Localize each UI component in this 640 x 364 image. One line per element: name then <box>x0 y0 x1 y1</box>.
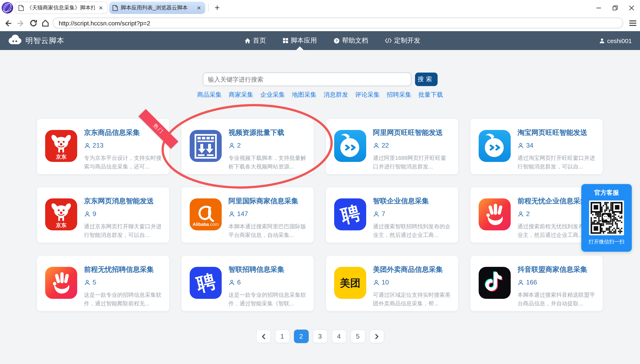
pagination-page-5[interactable]: 5 <box>350 330 365 343</box>
reload-icon[interactable] <box>29 19 38 28</box>
user-account[interactable]: ceshi001 <box>599 31 632 50</box>
script-card[interactable]: 京东 京东网页消息智能发送 9 通过京东网页打开聊天窗口并进行智能消息群发，可以… <box>37 187 169 243</box>
nav-item-help[interactable]: ? 帮助文档 <box>333 31 368 50</box>
script-card[interactable]: Alibaba.com 阿里国际商家信息采集 147 本脚本通过搜索阿里巴巴国际… <box>181 187 313 243</box>
forward-icon[interactable] <box>17 19 26 28</box>
script-card[interactable]: 阿里网页旺旺智能发送 22 通过阿里1688网页打开旺旺窗口并进行智能消息群发.… <box>326 119 458 174</box>
search-input[interactable] <box>202 72 411 86</box>
category-links: 商品采集商家采集企业采集地图采集消息群发评论采集招聘采集批量下载 <box>0 91 640 99</box>
card-title[interactable]: 智联招聘信息采集 <box>229 265 307 274</box>
script-card[interactable]: 聘 智联企业信息采集 7 通过搜索智联招聘找到发布的企业主，然后通过企业工商..… <box>326 187 458 243</box>
zhaopin-app-icon: 聘 <box>334 198 366 230</box>
card-body: 智联企业信息采集 7 通过搜索智联招聘找到发布的企业主，然后通过企业工商... <box>373 196 451 243</box>
category-link[interactable]: 企业采集 <box>260 91 285 99</box>
pagination-page-3[interactable]: 3 <box>313 330 327 343</box>
browser-logo-icon <box>2 2 13 14</box>
card-description: 这是一款专业的招聘信息采集软件，通过智能采集《智联... <box>229 291 307 308</box>
card-title[interactable]: 抖音联盟商家信息采集 <box>517 265 596 274</box>
card-description: 通过搜索智联招聘找到发布的企业主，然后通过企业工商... <box>373 222 451 240</box>
script-card[interactable]: 淘宝网页旺旺智能发送 34 通过淘宝网页打开旺旺窗口并进行智能消息群发，可以自.… <box>470 119 602 174</box>
card-body: 智联招聘信息采集 6 这是一款专业的招聘信息采集软件，通过智能采集《智联... <box>229 264 307 311</box>
brand[interactable]: 明智云脚本 <box>8 31 65 50</box>
script-card[interactable]: 视频资源批量下载 2 专业视频下载脚本，支持批量解析下载各大视频网站资源... <box>181 119 313 174</box>
count-icon <box>517 142 524 148</box>
address-bar[interactable]: http://script.hccsn.com/script?p=2 <box>53 18 623 28</box>
tab-close-icon[interactable]: ✕ <box>196 5 202 11</box>
nav-apps-icon <box>282 38 288 44</box>
card-user-count: 7 <box>373 210 451 218</box>
card-body: 阿里国际商家信息采集 147 本脚本通过搜索阿里巴巴国际版平台商家信息，自动采集… <box>229 196 307 243</box>
card-title[interactable]: 视频资源批量下载 <box>229 128 307 137</box>
minimize-button[interactable] <box>593 2 604 13</box>
card-user-count: 9 <box>84 210 162 218</box>
count-number: 2 <box>237 142 241 149</box>
back-icon[interactable] <box>3 19 12 28</box>
category-link[interactable]: 招聘采集 <box>387 91 411 99</box>
nav-dev-icon <box>385 38 392 44</box>
card-title[interactable]: 阿里网页旺旺智能发送 <box>373 128 451 137</box>
card-title[interactable]: 美团外卖商品信息采集 <box>373 265 451 274</box>
script-card[interactable]: 聘 智联招聘信息采集 6 这是一款专业的招聘信息采集软件，通过智能采集《智联..… <box>181 256 313 311</box>
pagination-page-4[interactable]: 4 <box>331 330 346 343</box>
card-user-count: 22 <box>373 142 451 149</box>
wangwang-app-icon <box>479 130 511 162</box>
card-body: 阿里网页旺旺智能发送 22 通过阿里1688网页打开旺旺窗口并进行智能消息群发.… <box>373 127 451 174</box>
nav-item-apps[interactable]: 脚本应用 <box>282 31 317 50</box>
page-content: 搜索 商品采集商家采集企业采集地图采集消息群发评论采集招聘采集批量下载 热门 京… <box>0 50 640 364</box>
menu-icon[interactable] <box>629 20 637 28</box>
card-user-count: 2 <box>229 142 307 149</box>
support-panel[interactable]: 官方客服 打开微信扫一扫 <box>581 184 632 252</box>
card-body: 抖音联盟商家信息采集 166 本脚本通过搜索抖音精选联盟平台商品信息，并自动提取… <box>517 264 596 311</box>
nav-label: 脚本应用 <box>291 36 317 45</box>
alibaba-app-icon: Alibaba.com <box>189 198 222 230</box>
card-body: 京东网页消息智能发送 9 通过京东网页打开聊天窗口并进行智能消息群发，可以自..… <box>84 196 162 243</box>
nav-item-dev[interactable]: 定制开发 <box>385 31 420 50</box>
brand-icon <box>8 34 22 47</box>
username: ceshi001 <box>607 37 632 44</box>
home-icon[interactable] <box>41 19 50 28</box>
script-card[interactable]: 抖音联盟商家信息采集 166 本脚本通过搜索抖音精选联盟平台商品信息，并自动提取… <box>470 256 602 311</box>
card-description: 本脚本通过搜索抖音精选联盟平台商品信息，并自动提取... <box>517 291 596 308</box>
count-number: 7 <box>382 210 385 218</box>
card-description: 可通过区域定位支持实时搜索美团外卖商品信息采集，帮... <box>373 291 451 308</box>
new-tab-button[interactable]: + <box>212 2 223 13</box>
close-button[interactable] <box>626 2 637 13</box>
douyin-app-icon <box>479 267 511 299</box>
support-panel-caption: 打开微信扫一扫 <box>581 238 632 246</box>
search-button[interactable]: 搜索 <box>415 72 438 86</box>
pagination-page-2[interactable]: 2 <box>294 330 309 343</box>
card-title[interactable]: 淘宝网页旺旺智能发送 <box>517 128 596 137</box>
card-user-count: 5 <box>84 279 162 286</box>
tab-close-icon[interactable]: ✕ <box>98 5 104 11</box>
pagination-page-1[interactable]: 1 <box>275 330 290 343</box>
card-title[interactable]: 智联企业信息采集 <box>373 196 451 206</box>
script-card[interactable]: 美团 美团外卖商品信息采集 10 可通过区域定位支持实时搜索美团外卖商品信息采集… <box>326 256 458 311</box>
category-link[interactable]: 批量下载 <box>418 91 443 99</box>
category-link[interactable]: 评论采集 <box>355 91 380 99</box>
script-card[interactable]: 前程无忧招聘信息采集 5 这是一款专业的招聘信息采集软件，通过智能爬取前程无..… <box>37 256 169 311</box>
card-description: 专为京东平台设计，支持实时搜索与商品信息采集，还可... <box>84 154 162 171</box>
pagination: 12345 <box>0 330 640 343</box>
category-link[interactable]: 商家采集 <box>229 91 253 99</box>
restore-button[interactable] <box>610 2 620 13</box>
pagination-next[interactable] <box>369 330 384 343</box>
count-number: 5 <box>93 279 96 286</box>
pagination-prev[interactable] <box>256 330 271 343</box>
count-number: 166 <box>526 279 537 286</box>
job51-app-icon <box>479 198 511 230</box>
browser-tab[interactable]: 《天猫商家信息采集》脚本打 ✕ <box>15 2 108 14</box>
card-title[interactable]: 京东商品信息采集 <box>84 128 162 137</box>
script-card[interactable]: 热门 京东 京东商品信息采集 213 专为京东平台设计，支持实时搜索与商品信息采… <box>37 119 169 174</box>
card-title[interactable]: 前程无忧招聘信息采集 <box>84 265 162 274</box>
count-icon <box>229 142 235 148</box>
category-link[interactable]: 消息群发 <box>323 91 348 99</box>
card-title[interactable]: 阿里国际商家信息采集 <box>229 196 307 206</box>
tab-divider <box>208 4 208 12</box>
category-link[interactable]: 商品采集 <box>197 91 222 99</box>
nav-item-home[interactable]: 首页 <box>244 31 266 50</box>
category-link[interactable]: 地图采集 <box>292 91 317 99</box>
card-title[interactable]: 京东网页消息智能发送 <box>84 196 162 206</box>
browser-tab-active[interactable]: 脚本应用列表_浏览器云脚本 ✕ <box>109 2 205 14</box>
card-description: 专业视频下载脚本，支持批量解析下载各大视频网站资源... <box>229 154 307 171</box>
count-number: 6 <box>237 279 241 286</box>
